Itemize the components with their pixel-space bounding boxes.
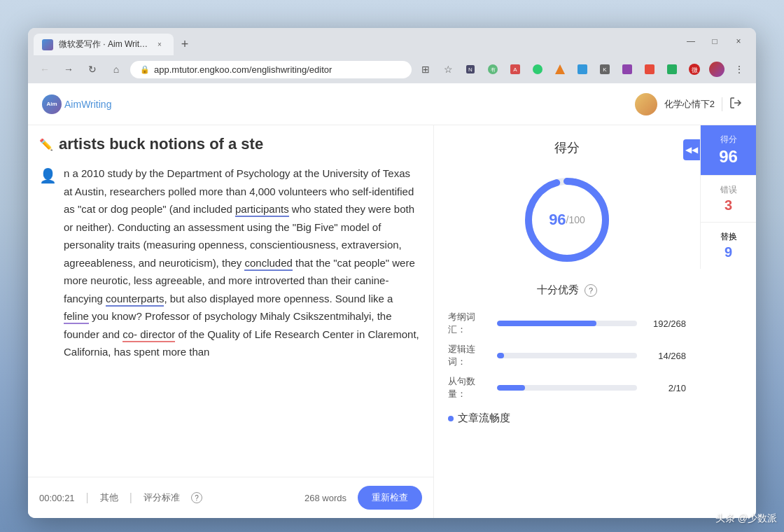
clause-label: 从句数量： bbox=[448, 375, 490, 400]
browser-window: 微软爱写作 · Aim Writing × + — □ × ← → ↻ ⌂ 🔒 … bbox=[28, 28, 756, 518]
stats-container: 考纲词汇： 192/268 逻辑连词： 14/268 bbox=[448, 311, 686, 400]
extension7-icon[interactable]: K bbox=[595, 59, 615, 79]
extension1-icon[interactable]: N bbox=[461, 59, 480, 79]
menu-button[interactable]: ⋮ bbox=[729, 59, 749, 79]
stat-row-vocab: 考纲词汇： 192/268 bbox=[448, 311, 686, 336]
user-avatar[interactable] bbox=[635, 93, 657, 115]
tab-title: 微软爱写作 · Aim Writing bbox=[59, 38, 148, 50]
side-score-error: 错误 3 bbox=[701, 176, 756, 222]
svg-marker-7 bbox=[555, 64, 565, 74]
criteria-help-icon[interactable]: ? bbox=[191, 492, 202, 503]
header-divider bbox=[722, 97, 722, 111]
logic-bar-bg bbox=[497, 353, 637, 358]
url-text: app.mtutor.engkoo.com/englishwriting/edi… bbox=[154, 64, 332, 75]
svg-text:K: K bbox=[603, 66, 607, 73]
editor-body[interactable]: 👤 n a 2010 study by the Department of Ps… bbox=[28, 153, 433, 477]
extension3-icon[interactable]: A bbox=[505, 59, 525, 79]
app-header: Aim AimWriting 化学心情下2 bbox=[28, 83, 756, 125]
main-area: ✏️ artists buck notions of a ste 👤 n a 2… bbox=[28, 125, 756, 518]
score-title: 得分 bbox=[448, 139, 686, 156]
tab-favicon bbox=[42, 39, 53, 50]
fluency-label: 文章流畅度 bbox=[458, 412, 510, 425]
clause-bar-bg bbox=[497, 385, 637, 391]
editor-title: artists buck notions of a ste bbox=[59, 135, 263, 153]
vocab-label: 考纲词汇： bbox=[448, 311, 490, 336]
extension2-icon[interactable]: 有 bbox=[483, 59, 503, 79]
grade-label: 十分优秀 bbox=[537, 284, 579, 297]
tab-close-button[interactable]: × bbox=[154, 39, 165, 50]
separator1: | bbox=[86, 491, 89, 504]
grade-help-icon[interactable]: ? bbox=[584, 284, 597, 297]
error-label: 错误 bbox=[720, 184, 737, 196]
clause-value: 2/10 bbox=[644, 383, 686, 393]
side-score-value: 96 bbox=[719, 147, 738, 167]
error-value: 3 bbox=[724, 197, 732, 214]
score-circle-container: 96/100 bbox=[448, 167, 686, 272]
body-person-icon: 👤 bbox=[39, 168, 57, 183]
logout-button[interactable] bbox=[729, 97, 742, 112]
extension10-icon[interactable] bbox=[662, 59, 682, 79]
window-controls: — □ × bbox=[682, 35, 748, 48]
fluency-row: 文章流畅度 bbox=[448, 412, 686, 425]
lock-icon: 🔒 bbox=[140, 65, 150, 74]
refresh-button[interactable]: ↻ bbox=[83, 59, 102, 79]
stat-row-clause: 从句数量： 2/10 bbox=[448, 375, 686, 400]
separator2: | bbox=[130, 491, 132, 504]
word-count: 268 words bbox=[304, 493, 346, 503]
collapse-button[interactable]: ◀◀ bbox=[683, 139, 700, 160]
edit-icon: ✏️ bbox=[39, 138, 53, 151]
minimize-button[interactable]: — bbox=[682, 35, 700, 48]
side-score-panel: 得分 96 错误 3 替换 9 bbox=[700, 125, 756, 269]
tab-bar: 微软爱写作 · Aim Writing × + — □ × bbox=[28, 28, 756, 55]
score-circle: 96/100 bbox=[522, 174, 612, 265]
extension8-icon[interactable] bbox=[617, 59, 637, 79]
close-button[interactable]: × bbox=[729, 35, 748, 48]
editor-bottom: 00:00:21 | 其他 | 评分标准 ? 268 words 重新检查 bbox=[28, 477, 433, 518]
svg-rect-8 bbox=[578, 64, 587, 74]
watermark: 头条 @少数派 bbox=[715, 512, 777, 525]
page-content: Aim AimWriting 化学心情下2 bbox=[28, 83, 756, 518]
highlight-codirector: co- director bbox=[122, 328, 175, 342]
forward-button[interactable]: → bbox=[59, 59, 78, 79]
score-panel: 得分 96/100 十分优 bbox=[434, 125, 700, 518]
svg-text:有: 有 bbox=[491, 67, 496, 72]
extension4-icon[interactable] bbox=[528, 59, 547, 79]
extension5-icon[interactable] bbox=[550, 59, 570, 79]
header-right: 化学心情下2 bbox=[635, 93, 742, 115]
highlight-concluded: concluded bbox=[244, 257, 292, 271]
back-button[interactable]: ← bbox=[35, 59, 55, 79]
stat-row-logic: 逻辑连词： 14/268 bbox=[448, 343, 686, 368]
new-tab-button[interactable]: + bbox=[175, 35, 195, 55]
logic-value: 14/268 bbox=[644, 351, 686, 361]
user-profile-icon[interactable] bbox=[707, 59, 727, 79]
svg-rect-11 bbox=[622, 64, 632, 74]
vocab-bar-fill bbox=[497, 321, 596, 326]
title-bar: 微软爱写作 · Aim Writing × + — □ × ← → ↻ ⌂ 🔒 … bbox=[28, 28, 756, 83]
editor-panel: ✏️ artists buck notions of a ste 👤 n a 2… bbox=[28, 125, 434, 518]
translate-icon[interactable]: ⊞ bbox=[416, 59, 435, 79]
user-name-text: 化学心情下2 bbox=[664, 98, 715, 111]
active-tab[interactable]: 微软爱写作 · Aim Writing × bbox=[34, 34, 174, 55]
extension11-icon[interactable]: 微 bbox=[685, 59, 704, 79]
address-field[interactable]: 🔒 app.mtutor.engkoo.com/englishwriting/e… bbox=[130, 61, 412, 78]
recheck-button[interactable]: 重新检查 bbox=[358, 486, 422, 510]
extension9-icon[interactable] bbox=[640, 59, 659, 79]
logic-bar-fill bbox=[497, 353, 504, 358]
grade-row: 十分优秀 ? bbox=[448, 284, 686, 297]
clause-bar-fill bbox=[497, 385, 525, 391]
home-button[interactable]: ⌂ bbox=[106, 59, 126, 79]
extension6-icon[interactable] bbox=[573, 59, 592, 79]
editor-paragraph: n a 2010 study by the Department of Psyc… bbox=[64, 164, 419, 361]
maximize-button[interactable]: □ bbox=[706, 35, 724, 48]
toolbar-icons: ⊞ ☆ N 有 A bbox=[416, 59, 749, 79]
bookmark-icon[interactable]: ☆ bbox=[438, 59, 458, 79]
svg-rect-12 bbox=[645, 64, 654, 74]
fluency-bullet bbox=[448, 416, 454, 421]
svg-point-6 bbox=[533, 64, 542, 74]
vocab-bar-bg bbox=[497, 321, 637, 326]
timer: 00:00:21 bbox=[39, 493, 75, 503]
criteria-label: 评分标准 bbox=[144, 491, 180, 504]
replace-label: 替换 bbox=[720, 231, 737, 243]
logic-label: 逻辑连词： bbox=[448, 343, 490, 368]
logo-area: Aim AimWriting bbox=[42, 94, 111, 114]
